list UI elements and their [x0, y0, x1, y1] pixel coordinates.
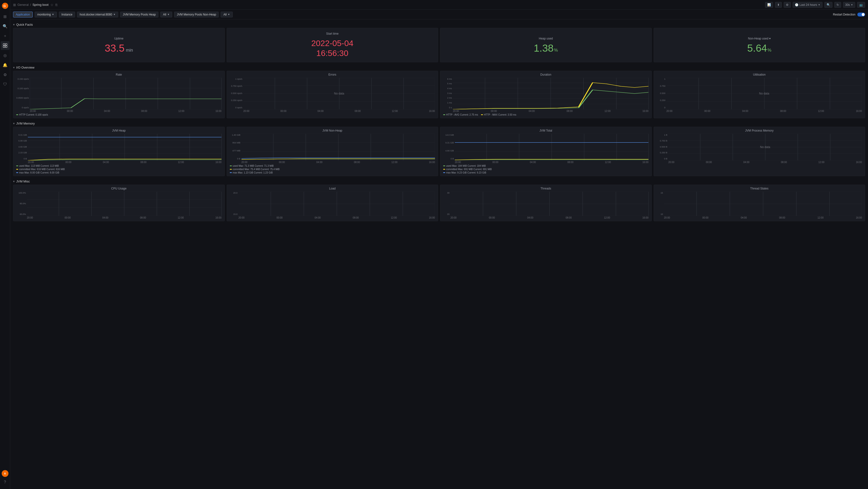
jp-y-0: 1 B — [657, 134, 668, 136]
jt-committed-label: committed Max: 691 MiB Current: 691 MiB — [446, 168, 492, 171]
dashboard-content: ▾ Quick Facts Uptime 33.5 min Start time… — [10, 19, 868, 225]
chevron-down-icon: ▼ — [818, 4, 820, 6]
dur-max-label: HTTP - MAX Current: 3.50 ms — [484, 113, 516, 116]
heap-used-value: 1.38 — [534, 43, 554, 53]
dur-x-5: 16:00 — [642, 110, 648, 112]
dur-x-3: 08:00 — [566, 110, 572, 112]
util-x-4: 12:00 — [818, 110, 824, 112]
heap-y-3: 2.33 GiB — [16, 151, 27, 154]
dur-avg-label: HTTP - AVG Current: 2.75 ms — [446, 113, 478, 116]
errors-title: Errors — [230, 73, 435, 76]
dur-y-3: 3 ms — [443, 92, 452, 94]
sidebar-icon-help[interactable]: ? — [1, 478, 9, 487]
load-title: Load — [230, 187, 435, 190]
sidebar-icon-dashboards[interactable]: ⊞ — [1, 12, 9, 21]
jt-used-legend: used Max: 184 MiB Current: 184 MiB — [443, 165, 649, 167]
jvm-nonheap-value-filter[interactable]: All ▼ — [221, 11, 232, 18]
uptime-unit: min — [126, 48, 133, 53]
chevron-icon-3: ▼ — [167, 13, 169, 16]
nh-y-0: 1.40 GiB — [230, 134, 241, 136]
util-x-1: 00:00 — [704, 110, 710, 112]
jvm-nh-x-axis: 20:00 00:00 04:00 08:00 12:00 16:00 — [230, 161, 435, 164]
tv-mode-btn[interactable]: 📺 — [857, 2, 865, 8]
rate-y-label-1: 0.100 ops/s — [16, 87, 29, 90]
zoom-out-btn[interactable]: 🔍 — [825, 2, 832, 8]
restart-detection-control: Restart Detection — [833, 12, 865, 17]
breadcrumb-general[interactable]: General — [18, 3, 29, 6]
jh-x-5: 16:00 — [215, 161, 221, 164]
rate-chart-wrapper: 0.150 ops/s 0.100 ops/s 0.0500 ops/s 0 o… — [16, 78, 222, 112]
topbar: ⊞ General / Spring boot ☆ ⎘ 📊 ⬆ ⚙ 🕐 Last… — [10, 0, 868, 10]
rate-legend-label: HTTP Current: 0.100 ops/s — [19, 113, 48, 116]
process-no-data: No data — [760, 145, 770, 149]
sidebar-icon-search[interactable]: 🔍 — [1, 22, 9, 31]
application-filter[interactable]: Application — [13, 11, 33, 18]
jt-y-1: 9.31 GiB — [443, 142, 454, 144]
jt-y-3: 0 B — [443, 157, 454, 160]
cpu-usage-title: CPU Usage — [16, 187, 222, 190]
rate-y-label-0: 0.150 ops/s — [16, 78, 29, 80]
refresh-btn[interactable]: ↻ — [834, 2, 841, 8]
cpu-y-2: 60.0% — [16, 213, 26, 215]
utilisation-title: Utilisation — [657, 73, 862, 76]
application-value-filter[interactable]: monitoring ▼ — [35, 11, 57, 18]
nh-max-dot — [230, 172, 232, 173]
threads-x-axis: 20:00 00:00 04:00 08:00 12:00 16:00 — [443, 217, 649, 219]
jvm-heap-svg — [28, 134, 222, 161]
settings-btn[interactable]: ⚙ — [784, 2, 791, 8]
dashboard-settings-btn[interactable]: 📊 — [765, 2, 773, 8]
jvm-heap-legend: used Max: 113 MiB Current: 113 MiB commi… — [16, 165, 222, 174]
quick-facts-header[interactable]: ▾ Quick Facts — [13, 21, 865, 28]
jt-committed-legend: committed Max: 691 MiB Current: 691 MiB — [443, 168, 649, 171]
errors-y-1: 0.750 ops/s — [230, 85, 242, 87]
errors-y-4: 0 ops/s — [230, 106, 242, 109]
sidebar-icon-shield[interactable]: 🛡 — [1, 80, 9, 89]
restart-detection-toggle[interactable] — [857, 12, 865, 17]
sidebar-icon-dashboards-active[interactable] — [1, 41, 9, 50]
jvm-heap-value-filter[interactable]: All ▼ — [160, 11, 172, 18]
jvm-nonheap-title: JVM Non-Heap — [230, 129, 435, 132]
threads-y-1: 20 — [443, 213, 450, 215]
instance-filter-label[interactable]: Instance — [59, 11, 75, 18]
jvm-total-title: JVM Total — [443, 129, 649, 132]
non-heap-used-value: 5.64 — [747, 43, 767, 53]
jvm-memory-header[interactable]: ▾ JVM Memory — [13, 120, 865, 127]
jvm-misc-header[interactable]: ▾ JVM Misc — [13, 178, 865, 185]
jvm-nonheap-filter[interactable]: JVM Memory Pools Non-Heap — [174, 11, 219, 18]
star-icon[interactable]: ☆ — [51, 3, 54, 7]
jvm-heap-filter[interactable]: JVM Memory Pools Heap — [120, 11, 158, 18]
sidebar: G ⊞ 🔍 ＋ ◎ 🔔 ⚙ 🛡 A ? — [0, 0, 10, 489]
threads-panel: Threads 30 20 — [440, 185, 652, 221]
share-icon[interactable]: ⎘ — [56, 3, 57, 7]
errors-y-2: 0.500 ops/s — [230, 92, 242, 94]
heap-used-panel: Heap used 1.38 % — [440, 28, 652, 62]
nh-used-legend: used Max: 71.3 MiB Current: 71.3 MiB — [230, 165, 435, 167]
duration-legend-avg: HTTP - AVG Current: 2.75 ms — [443, 113, 478, 116]
jh-x-0: 20:00 — [28, 161, 34, 164]
io-overview-grid: Rate 0.150 ops/s 0.100 ops/s 0.0500 ops/… — [13, 71, 865, 118]
sidebar-icon-new[interactable]: ＋ — [1, 31, 9, 40]
start-time-panel: Start time 2022-05-04 16:56:30 — [227, 28, 438, 62]
uptime-title: Uptime — [16, 37, 222, 40]
chevron-icon-io: ▾ — [13, 66, 15, 69]
share-dashboard-btn[interactable]: ⬆ — [775, 2, 782, 8]
sidebar-icon-alerts[interactable]: 🔔 — [1, 61, 9, 69]
filterbar: Application monitoring ▼ Instance host.d… — [10, 10, 868, 19]
jvm-process-panel: JVM Process Memory 1 B 0.750 B 0.500 B 0… — [654, 127, 865, 176]
sidebar-icon-explore[interactable]: ◎ — [1, 51, 9, 60]
grafana-logo[interactable]: G — [1, 2, 9, 10]
nh-used-dot — [230, 166, 232, 166]
user-avatar[interactable]: A — [2, 470, 8, 477]
interval-btn[interactable]: 30s ▼ — [843, 2, 855, 8]
dur-x-0: 20:00 — [453, 110, 459, 112]
application-value: monitoring — [37, 13, 51, 16]
instance-value-filter[interactable]: host.docker.internal:8080 ▼ — [77, 11, 118, 18]
instance-value: host.docker.internal:8080 — [80, 13, 112, 16]
time-range-btn[interactable]: 🕐 Last 24 hours ▼ — [793, 2, 823, 8]
load-x-axis: 20:00 00:00 04:00 08:00 12:00 16:00 — [230, 217, 435, 219]
io-overview-header[interactable]: ▾ I/O Overview — [13, 64, 865, 71]
sidebar-icon-settings[interactable]: ⚙ — [1, 70, 9, 79]
non-heap-used-unit: % — [768, 48, 771, 53]
quick-facts-title: Quick Facts — [16, 23, 33, 26]
gear-icon: ⚙ — [786, 3, 788, 6]
